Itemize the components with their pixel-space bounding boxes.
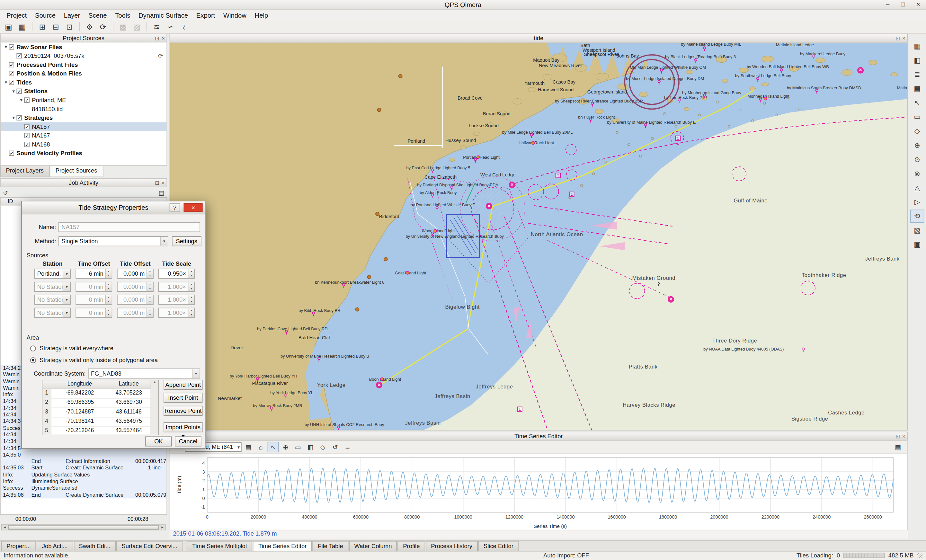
dialog-close-button[interactable]: × xyxy=(184,203,203,212)
menu-help[interactable]: Help xyxy=(251,11,272,19)
tree-item-raw-sonar-files[interactable]: ▾✓Raw Sonar Files xyxy=(1,42,167,51)
water-column-swath-icon[interactable]: ≋ xyxy=(151,21,163,32)
job-log-row[interactable]: Info:Illuminating Surface xyxy=(1,478,167,485)
spinner-icons[interactable]: ▴▾ xyxy=(147,269,153,278)
apply-shift-icon[interactable]: → xyxy=(342,442,353,453)
tab-propert[interactable]: Propert... xyxy=(1,541,36,551)
station-marker-icon[interactable]: × xyxy=(668,296,674,303)
tide-scale-spin[interactable]: 1.000×▴▾ xyxy=(158,295,195,304)
chevron-down-icon[interactable]: ▾ xyxy=(160,237,168,246)
auto-processing-settings-icon[interactable]: ⚙ xyxy=(83,21,96,32)
spinner-icons[interactable]: ▴▾ xyxy=(188,269,194,278)
scroll-up-icon[interactable]: ▲ xyxy=(153,380,156,384)
checkbox[interactable]: ✓ xyxy=(9,80,14,85)
close-panel-icon[interactable]: × xyxy=(162,35,165,42)
map-view-header[interactable]: tide ⊡× xyxy=(169,34,908,43)
minimize-button[interactable]: – xyxy=(884,1,892,8)
sync-icon[interactable]: ⟳ xyxy=(158,53,163,59)
zoom-in-icon[interactable]: ⊕ xyxy=(910,139,924,151)
checkbox[interactable]: ✓ xyxy=(24,124,30,130)
station-select[interactable]: No Station▾ xyxy=(34,308,71,318)
add-raw-sonar-files-icon[interactable]: ⊞ xyxy=(36,21,48,32)
spinner-icons[interactable]: ▴▾ xyxy=(147,282,153,291)
tab-surface-edit-overvi[interactable]: Surface Edit Overvi... xyxy=(116,541,183,551)
chevron-down-icon[interactable]: ▾ xyxy=(63,308,70,317)
scroll-left-icon[interactable]: ◂ xyxy=(2,525,8,530)
checkbox[interactable]: ✓ xyxy=(9,44,14,50)
close-button[interactable]: × xyxy=(914,1,923,8)
tide-offset-spin[interactable]: 0.000 m▴▾ xyxy=(117,308,154,318)
cancel-button[interactable]: Cancel xyxy=(175,436,201,446)
tree-item-sound-velocity-profiles[interactable]: ✓Sound Velocity Profiles xyxy=(1,149,167,158)
job-log-row[interactable]: 14:35:08EndCreate Dynamic Surface00:00:0… xyxy=(1,492,167,498)
job-log-row[interactable]: 14:35:03StartCreate Dynamic Surface1 lin… xyxy=(1,465,167,472)
undo-icon[interactable]: ↺ xyxy=(330,442,341,453)
checkbox[interactable]: ✓ xyxy=(24,142,30,147)
tab-file-table[interactable]: File Table xyxy=(313,541,348,551)
menu-tools[interactable]: Tools xyxy=(111,11,134,19)
job-log-row[interactable]: Info:Updating Surface Values xyxy=(1,472,167,478)
maximize-button[interactable]: □ xyxy=(899,1,907,8)
resize-grip-icon[interactable] xyxy=(917,552,923,558)
import-points-button[interactable]: Import Points ▾ xyxy=(163,422,203,432)
tree-item-20150124-003705-s7k[interactable]: ✓20150124_003705.s7k⟳ xyxy=(1,51,167,61)
help-button[interactable]: ? xyxy=(169,203,180,212)
spinner-icons[interactable]: ▴▾ xyxy=(147,308,153,317)
cursor-icon[interactable]: ↖ xyxy=(910,96,924,109)
profile-icon[interactable]: △ xyxy=(910,181,924,194)
menu-source[interactable]: Source xyxy=(31,11,60,19)
tab-swath-edi[interactable]: Swath Edi... xyxy=(74,541,116,551)
tree-item-na167[interactable]: ✓NA167 xyxy=(1,131,167,140)
expander-icon[interactable]: ▾ xyxy=(11,115,17,121)
append-point-button[interactable]: Append Point xyxy=(163,380,203,390)
valid-everywhere-option[interactable]: Strategy is valid everywhere xyxy=(30,345,113,351)
close-panel-icon[interactable]: × xyxy=(162,180,165,187)
job-log-row[interactable]: EndExtract Information00:00:00.417 xyxy=(1,459,167,465)
expander-icon[interactable]: ▾ xyxy=(18,97,24,103)
point-row[interactable]: 4-70.19814143.564975 xyxy=(42,418,158,427)
chevron-down-icon[interactable]: ▾ xyxy=(192,369,200,378)
polygon-points-table[interactable]: LongitudeLatitude 1-69.84220243.7052232-… xyxy=(42,380,159,435)
checkbox[interactable]: ✓ xyxy=(17,53,22,59)
select-polygon-icon[interactable]: ◇ xyxy=(910,125,924,138)
surface-grid-icon[interactable]: ▣ xyxy=(910,238,924,251)
zoom-tool-icon[interactable]: ⊕ xyxy=(280,442,291,453)
checkbox[interactable]: ✓ xyxy=(9,62,14,68)
select-rect-icon[interactable]: ▭ xyxy=(910,110,924,123)
tab-profile[interactable]: Profile xyxy=(398,541,425,551)
station-select[interactable]: No Station▾ xyxy=(34,295,71,304)
play-icon[interactable]: ▷ xyxy=(910,195,924,208)
time-offset-spin[interactable]: -6 min▴▾ xyxy=(76,269,112,278)
tree-item-processed-point-files[interactable]: ✓Processed Point Files xyxy=(1,60,167,69)
layer-list-icon[interactable]: ≣ xyxy=(910,68,924,81)
chevron-down-icon[interactable]: ▾ xyxy=(63,282,70,291)
insert-point-button[interactable]: Insert Point xyxy=(163,393,203,403)
zoom-extents-icon[interactable]: ⊙ xyxy=(910,153,924,166)
select-polygon-icon[interactable]: ◇ xyxy=(317,442,328,453)
spinner-icons[interactable]: ▴▾ xyxy=(105,308,112,317)
select-rect-icon[interactable]: ◧ xyxy=(305,442,316,453)
tree-item-position-motion-files[interactable]: ✓Position & Motion Files xyxy=(1,69,167,78)
crosshair-icon[interactable]: ⊗ xyxy=(910,167,924,180)
chevron-down-icon[interactable]: ▾ xyxy=(63,295,70,304)
time-series-header[interactable]: Time Series Editor ⊡× xyxy=(169,432,908,441)
expander-icon[interactable]: ▾ xyxy=(3,80,9,85)
job-log-row[interactable]: SuccessDynamicSurface.sd xyxy=(1,485,167,492)
undo-job-icon[interactable]: ↺ xyxy=(3,189,8,196)
tide-scale-spin[interactable]: 0.950×▴▾ xyxy=(158,269,195,278)
tab-project-sources[interactable]: Project Sources xyxy=(50,166,103,177)
menu-export[interactable]: Export xyxy=(192,11,219,19)
save-project-icon[interactable]: ▦ xyxy=(16,21,29,32)
spinner-icons[interactable]: ▴▾ xyxy=(188,282,194,291)
station-select[interactable]: Portland, ME▾ xyxy=(34,269,71,278)
ok-button[interactable]: OK xyxy=(145,436,172,446)
name-input[interactable]: NA157 xyxy=(59,222,200,232)
scrollbar-thumb[interactable] xyxy=(8,525,159,530)
station-marker-icon[interactable]: × xyxy=(486,203,492,209)
notes-icon[interactable]: ▤ xyxy=(242,442,254,453)
dialog-titlebar[interactable]: Tide Strategy Properties ? × xyxy=(22,201,205,214)
tab-job-acti[interactable]: Job Acti... xyxy=(36,541,73,551)
tab-process-history[interactable]: Process History xyxy=(426,541,478,551)
tree-item-8418150-tid[interactable]: 8418150.tid xyxy=(1,104,167,114)
float-panel-icon[interactable]: ⊡ xyxy=(155,35,159,42)
